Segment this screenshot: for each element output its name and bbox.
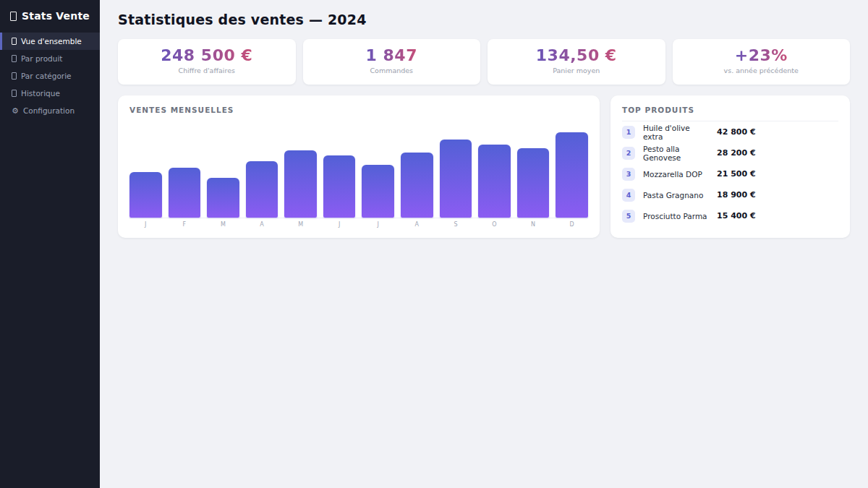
sidebar-item-par-categorie[interactable]: Par catégorie — [0, 67, 100, 85]
sidebar-item-label: Historique — [21, 89, 60, 98]
product-row: 5 Prosciutto Parma 15 400 € — [622, 205, 838, 226]
kpi-label: Chiffre d'affaires — [118, 67, 296, 74]
kpi-row: 248 500 € Chiffre d'affaires 1 847 Comma… — [118, 39, 850, 85]
product-icon — [12, 55, 17, 62]
rank-badge: 1 — [622, 126, 635, 139]
sidebar-item-vue-densemble[interactable]: Vue d'ensemble — [0, 33, 100, 50]
product-name: Mozzarella DOP — [643, 170, 709, 179]
top-products-card: TOP PRODUITS 1 Huile d'olive extra 42 80… — [610, 95, 850, 238]
app-title-label: Stats Vente — [22, 10, 90, 22]
product-value: 18 900 € — [717, 190, 756, 200]
sidebar-item-label: Vue d'ensemble — [21, 37, 82, 46]
category-icon — [12, 72, 17, 80]
bar-aug[interactable] — [401, 153, 433, 218]
x-tick-label: A — [246, 221, 278, 228]
top-products-title: TOP PRODUITS — [622, 106, 838, 121]
bar-mar[interactable] — [207, 178, 239, 218]
x-tick-label: O — [478, 221, 511, 228]
product-row: 4 Pasta Gragnano 18 900 € — [622, 184, 838, 205]
kpi-value: 134,50 € — [536, 47, 617, 64]
overview-icon — [12, 38, 17, 45]
bar-nov[interactable] — [517, 148, 550, 218]
x-tick-label: J — [323, 221, 356, 228]
x-tick-label: M — [284, 221, 317, 228]
kpi-card-panier-moyen: 134,50 € Panier moyen — [488, 39, 665, 85]
bar-sep[interactable] — [440, 140, 472, 218]
kpi-card-chiffre-affaires: 248 500 € Chiffre d'affaires — [118, 39, 296, 85]
kpi-value: 248 500 € — [161, 47, 252, 64]
kpi-card-commandes: 1 847 Commandes — [303, 39, 481, 85]
product-value: 42 800 € — [717, 127, 756, 137]
bar-jul[interactable] — [362, 165, 394, 218]
sidebar-item-configuration[interactable]: ⚙ Configuration — [0, 102, 100, 119]
sidebar-item-label: Par catégorie — [21, 72, 72, 80]
kpi-card-variation-annuelle: +23% vs. année précédente — [673, 39, 851, 85]
bar-oct[interactable] — [478, 145, 511, 218]
x-tick-label: F — [169, 221, 201, 228]
sidebar-item-label: Configuration — [23, 106, 75, 115]
product-name: Pasta Gragnano — [643, 191, 709, 200]
app-logo-icon — [10, 12, 17, 21]
bar-may[interactable] — [284, 150, 317, 218]
product-name: Pesto alla Genovese — [643, 145, 709, 162]
page-title: Statistiques des ventes — 2024 — [118, 12, 850, 27]
kpi-label: Commandes — [303, 67, 481, 74]
x-tick-label: A — [401, 221, 433, 228]
gear-icon: ⚙ — [12, 107, 19, 115]
kpi-value: 1 847 — [366, 47, 417, 64]
kpi-label: Panier moyen — [488, 67, 665, 74]
bar-chart — [129, 132, 588, 218]
bar-jun[interactable] — [323, 155, 356, 218]
rank-badge: 4 — [622, 189, 635, 202]
monthly-sales-chart-card: VENTES MENSUELLES J F M A M — [118, 95, 600, 238]
main-content: Statistiques des ventes — 2024 248 500 €… — [100, 0, 868, 488]
x-tick-label: S — [440, 221, 472, 228]
x-tick-label: J — [129, 221, 162, 228]
bar-jan[interactable] — [129, 172, 162, 218]
x-tick-label: J — [362, 221, 394, 228]
sidebar-item-label: Par produit — [21, 54, 62, 63]
dashboard-row: VENTES MENSUELLES J F M A M — [118, 95, 850, 238]
rank-badge: 5 — [622, 210, 635, 223]
product-value: 21 500 € — [717, 169, 756, 179]
kpi-label: vs. année précédente — [673, 67, 851, 74]
product-name: Prosciutto Parma — [643, 212, 709, 221]
x-tick-label: D — [556, 221, 588, 228]
app-title: Stats Vente — [0, 0, 100, 33]
bar-feb[interactable] — [169, 168, 201, 218]
history-icon — [12, 90, 17, 97]
sidebar-item-par-produit[interactable]: Par produit — [0, 50, 100, 67]
bar-dec[interactable] — [556, 132, 588, 218]
product-name: Huile d'olive extra — [643, 124, 709, 141]
x-axis-labels: J F M A M J J A S O N D — [129, 221, 588, 228]
product-value: 28 200 € — [717, 148, 756, 158]
chart-title: VENTES MENSUELLES — [129, 106, 588, 114]
product-value: 15 400 € — [717, 211, 756, 221]
product-row: 3 Mozzarella DOP 21 500 € — [622, 163, 838, 184]
product-row: 1 Huile d'olive extra 42 800 € — [622, 121, 838, 142]
x-tick-label: M — [207, 221, 239, 228]
product-row: 2 Pesto alla Genovese 28 200 € — [622, 142, 838, 163]
rank-badge: 2 — [622, 147, 635, 160]
sidebar-nav: Vue d'ensemble Par produit Par catégorie… — [0, 33, 100, 119]
kpi-value: +23% — [735, 47, 788, 64]
rank-badge: 3 — [622, 168, 635, 181]
sidebar: Stats Vente Vue d'ensemble Par produit P… — [0, 0, 100, 488]
sidebar-item-historique[interactable]: Historique — [0, 85, 100, 102]
bar-apr[interactable] — [246, 161, 278, 218]
x-tick-label: N — [517, 221, 550, 228]
